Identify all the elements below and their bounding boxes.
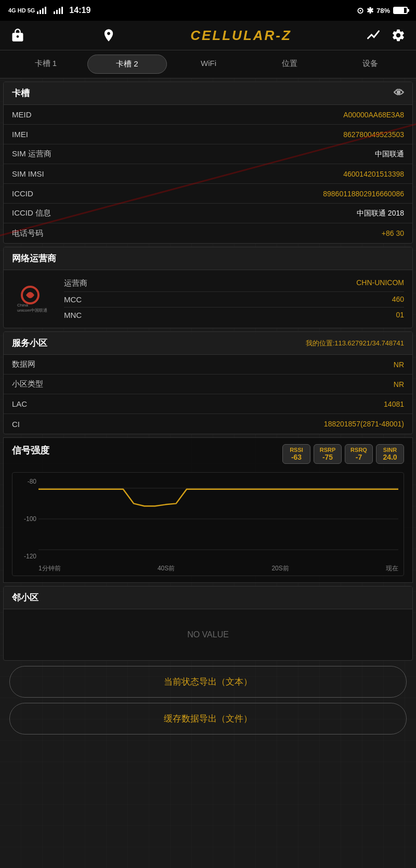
signal-bars-right (54, 7, 63, 14)
tab-wifi[interactable]: WiFi (169, 55, 248, 74)
meid-label: MEID (12, 110, 32, 119)
rsrp-label: RSRP (318, 447, 337, 453)
operator-content: China unicom中国联通 运营商 CHN-UNICOM MCC 460 … (4, 270, 412, 328)
meid-row: MEID A00000AA68E3A8 (4, 105, 412, 125)
mnc-value: 01 (396, 311, 404, 319)
imei-row: IMEI 862780049523503 (4, 125, 412, 144)
status-right: ⊙ ✱ 78% (357, 6, 408, 16)
tab-device[interactable]: 设备 (331, 55, 410, 74)
settings-icon[interactable] (389, 26, 408, 45)
time-display: 14:19 (69, 6, 90, 15)
network-operator-title: 网络运营商 (12, 252, 56, 264)
rssi-label: RSSI (287, 447, 306, 453)
signal-chart: -80 -100 -120 1分钟前 40S前 20S前 (12, 472, 404, 576)
service-cell-section: 服务小区 我的位置:113.627921/34.748741 数据网 NR 小区… (3, 331, 413, 434)
x-label-40s: 40S前 (158, 564, 175, 573)
app-title: CELLULAR-Z (190, 28, 292, 44)
phone-number-value: +86 30 (382, 229, 404, 237)
network-operator-header: 网络运营商 (4, 247, 412, 270)
signal-bar-3 (42, 8, 44, 14)
network-type: 4G HD 5G (8, 7, 35, 14)
sim-imsi-value: 460014201513398 (343, 170, 404, 178)
y-label-120: -120 (15, 553, 36, 560)
status-bar: 4G HD 5G 14:19 ⊙ ✱ 78% (0, 0, 416, 21)
iccid-info-row: ICCID 信息 中国联通 2018 (4, 204, 412, 223)
tab-slot2[interactable]: 卡槽 2 (87, 55, 167, 74)
chart-svg (38, 478, 398, 560)
signal-bar-7 (59, 8, 60, 14)
neighbor-cell-title: 邻小区 (12, 592, 38, 604)
operator-name-row: 运营商 CHN-UNICOM (64, 275, 404, 292)
iccid-label: ICCID (12, 189, 33, 198)
operator-logo: China unicom中国联通 (12, 284, 59, 315)
iccid-info-label: ICCID 信息 (12, 208, 51, 218)
iccid-value: 89860118802916660086 (323, 190, 404, 198)
eye-icon[interactable]: 👁 (394, 87, 404, 99)
lock-icon[interactable] (8, 26, 27, 45)
signal-bar-4 (45, 7, 46, 14)
neighbor-cell-header: 邻小区 (4, 586, 412, 609)
imei-value: 862780049523503 (343, 130, 404, 139)
bluetooth-icon: ✱ (367, 6, 373, 16)
sim-card-header: 卡槽 👁 (4, 82, 412, 105)
tab-location[interactable]: 位置 (250, 55, 329, 74)
signal-bar-2 (40, 10, 41, 14)
cell-type-label: 小区类型 (12, 379, 43, 389)
lac-row: LAC 14081 (4, 394, 412, 414)
chart-x-axis: 1分钟前 40S前 20S前 现在 (38, 564, 398, 573)
signal-badges: RSSI -63 RSRP -75 RSRQ -7 SINR 24.0 (282, 444, 404, 464)
signal-strength-section: 信号强度 RSSI -63 RSRP -75 RSRQ -7 (3, 437, 413, 583)
svg-text:unicom中国联通: unicom中国联通 (17, 308, 47, 313)
sim-card-section: 卡槽 👁 MEID A00000AA68E3A8 IMEI 8627800495… (3, 82, 413, 244)
x-label-20s: 20S前 (271, 564, 289, 573)
battery-percent: 78% (376, 7, 390, 15)
rsrq-label: RSRQ (349, 447, 368, 453)
lac-label: LAC (12, 399, 27, 408)
signal-bar-5 (54, 11, 55, 14)
chart-y-axis: -80 -100 -120 (15, 478, 36, 560)
service-cell-title: 服务小区 (12, 337, 47, 349)
rsrq-value: -7 (349, 453, 368, 461)
ci-label: CI (12, 420, 20, 429)
export-file-button[interactable]: 缓存数据导出（文件） (9, 703, 407, 735)
x-label-now: 现在 (386, 564, 398, 573)
chart-icon[interactable] (364, 26, 383, 45)
svg-text:China: China (17, 303, 28, 308)
signal-bar-1 (37, 11, 38, 14)
network-operator-section: 网络运营商 China unicom中国联通 运营商 (3, 247, 413, 328)
export-text-button[interactable]: 当前状态导出（文本） (9, 666, 407, 698)
mcc-value: 460 (392, 295, 404, 304)
rsrp-value: -75 (318, 453, 337, 461)
iccid-info-value: 中国联通 2018 (357, 209, 404, 218)
iccid-row: ICCID 89860118802916660086 (4, 184, 412, 204)
battery-icon (393, 7, 408, 14)
neighbor-cell-section: 邻小区 NO VALUE (3, 586, 413, 661)
operator-name-label: 运营商 (64, 278, 87, 288)
signal-title: 信号强度 (12, 444, 49, 457)
no-value-area: NO VALUE (4, 609, 412, 660)
rssi-value: -63 (287, 453, 306, 461)
sim-imsi-label: SIM IMSI (12, 169, 44, 178)
operator-name-value: CHN-UNICOM (356, 278, 404, 288)
rsrq-badge: RSRQ -7 (345, 444, 373, 464)
ci-row: CI 188201857(2871-48001) (4, 414, 412, 434)
sim-operator-label: SIM 运营商 (12, 149, 51, 159)
y-label-80: -80 (15, 478, 36, 485)
sinr-label: SINR (381, 447, 399, 453)
person-icon[interactable] (99, 26, 118, 45)
mnc-label: MNC (64, 311, 82, 319)
phone-number-label: 电话号码 (12, 229, 43, 238)
y-label-100: -100 (15, 515, 36, 523)
sinr-badge: SINR 24.0 (376, 444, 404, 464)
unicom-logo-svg: China unicom中国联通 (15, 285, 56, 313)
signal-bars-left (37, 7, 46, 14)
signal-header: 信号强度 RSSI -63 RSRP -75 RSRQ -7 (12, 444, 404, 464)
data-network-row: 数据网 NR (4, 355, 412, 375)
ci-value: 188201857(2871-48001) (324, 420, 404, 428)
lac-value: 14081 (384, 400, 404, 408)
phone-number-row: 电话号码 +86 30 (4, 223, 412, 243)
main-content: 卡槽 👁 MEID A00000AA68E3A8 IMEI 8627800495… (0, 82, 416, 750)
service-cell-header: 服务小区 我的位置:113.627921/34.748741 (4, 332, 412, 355)
tab-slot1[interactable]: 卡槽 1 (6, 55, 85, 74)
battery-fill (394, 8, 404, 13)
